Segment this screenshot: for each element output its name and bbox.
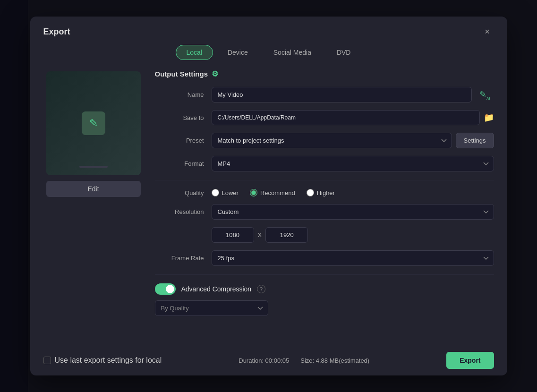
name-control: ✎AI	[212, 87, 494, 102]
use-last-settings-text: Use last export settings for local	[55, 356, 162, 365]
tab-dvd[interactable]: DVD	[326, 45, 362, 60]
quality-recommend-label: Recommend	[260, 189, 295, 196]
settings-icon: ⚙	[212, 69, 218, 78]
quality-recommend-radio[interactable]	[250, 189, 257, 196]
save-path-input[interactable]	[212, 110, 480, 125]
dialog-body: ✎ Edit Output Settings ⚙ Name	[30, 68, 507, 345]
quality-control: Lower Recommend Higher	[212, 189, 494, 196]
preset-control: Match to project settings Custom Setting…	[212, 133, 494, 148]
quality-higher-label: Higher	[317, 189, 335, 196]
browse-folder-button[interactable]: 📁	[484, 112, 494, 123]
advanced-compression-label: Advanced Compression	[181, 285, 252, 293]
use-last-settings-checkbox[interactable]	[43, 357, 51, 364]
preset-row: Preset Match to project settings Custom …	[155, 133, 494, 148]
save-to-control: 📁	[212, 110, 494, 125]
edit-button[interactable]: Edit	[46, 181, 141, 197]
preset-label: Preset	[155, 137, 212, 144]
preset-settings-button[interactable]: Settings	[456, 133, 494, 148]
duration-label: Duration: 00:00:05	[239, 357, 289, 364]
by-quality-container: By Quality By Bitrate	[155, 300, 494, 316]
toggle-slider	[155, 283, 176, 295]
quality-options: Lower Recommend Higher	[212, 189, 494, 196]
tab-device[interactable]: Device	[217, 45, 259, 60]
quality-lower-option[interactable]: Lower	[212, 189, 239, 196]
preview-bar	[79, 166, 108, 168]
resolution-values-row: X	[155, 227, 494, 243]
quality-lower-radio[interactable]	[212, 189, 219, 196]
export-dialog: Export × Local Device Social Media DVD ✎…	[30, 17, 507, 375]
modal-overlay: Export × Local Device Social Media DVD ✎…	[0, 0, 537, 392]
use-last-settings-label[interactable]: Use last export settings for local	[43, 356, 162, 365]
resolution-label: Resolution	[155, 208, 212, 215]
by-quality-select[interactable]: By Quality By Bitrate	[155, 300, 268, 316]
quality-lower-label: Lower	[222, 189, 239, 196]
preview-panel: ✎ Edit	[42, 68, 145, 345]
resolution-inputs-control: X	[212, 227, 494, 243]
export-button[interactable]: Export	[446, 352, 494, 369]
name-label: Name	[155, 91, 212, 98]
size-label: Size: 4.88 MB(estimated)	[300, 357, 369, 364]
export-tabs: Local Device Social Media DVD	[30, 45, 507, 68]
video-icon: ✎	[82, 111, 105, 135]
ai-rename-button[interactable]: ✎AI	[476, 87, 494, 102]
footer-info: Duration: 00:00:05 Size: 4.88 MB(estimat…	[239, 357, 369, 364]
divider-2	[155, 274, 494, 275]
save-to-label: Save to	[155, 114, 212, 121]
help-icon[interactable]: ?	[257, 285, 265, 293]
quality-higher-radio[interactable]	[307, 189, 314, 196]
quality-recommend-option[interactable]: Recommend	[250, 189, 295, 196]
quality-row: Quality Lower Recommend	[155, 189, 494, 196]
quality-label: Quality	[155, 189, 212, 196]
format-control: MP4 MOV AVI MKV	[212, 156, 494, 171]
frame-rate-row: Frame Rate 25 fps 30 fps 60 fps 24 fps	[155, 250, 494, 266]
output-settings-title: Output Settings ⚙	[155, 69, 494, 78]
name-input-row: ✎AI	[212, 87, 494, 102]
tab-local[interactable]: Local	[176, 45, 213, 60]
close-button[interactable]: ×	[481, 25, 494, 38]
format-label: Format	[155, 160, 212, 167]
x-separator: X	[258, 231, 262, 239]
save-to-row: Save to 📁	[155, 110, 494, 125]
divider-1	[155, 180, 494, 180]
dialog-footer: Use last export settings for local Durat…	[30, 345, 507, 375]
advanced-compression-section: Advanced Compression ? By Quality By Bit…	[155, 283, 494, 316]
resolution-inputs: X	[212, 227, 494, 243]
preview-thumbnail: ✎	[46, 71, 141, 175]
resolution-row: Resolution Custom 1920x1080 1280x720	[155, 204, 494, 220]
name-input[interactable]	[212, 87, 472, 102]
resolution-height-input[interactable]	[265, 227, 308, 243]
preset-select[interactable]: Match to project settings Custom	[212, 133, 452, 148]
path-input-row: 📁	[212, 110, 494, 125]
format-select[interactable]: MP4 MOV AVI MKV	[212, 156, 494, 171]
preset-select-row: Match to project settings Custom Setting…	[212, 133, 494, 148]
frame-rate-control: 25 fps 30 fps 60 fps 24 fps	[212, 250, 494, 266]
name-row: Name ✎AI	[155, 87, 494, 102]
dialog-header: Export ×	[30, 17, 507, 45]
dialog-title: Export	[43, 27, 70, 37]
settings-panel: Output Settings ⚙ Name ✎AI Save to	[155, 68, 496, 345]
tab-social-media[interactable]: Social Media	[263, 45, 322, 60]
format-row: Format MP4 MOV AVI MKV	[155, 156, 494, 171]
frame-rate-label: Frame Rate	[155, 255, 212, 262]
resolution-width-input[interactable]	[212, 227, 254, 243]
advanced-compression-toggle-row: Advanced Compression ?	[155, 283, 494, 295]
resolution-control: Custom 1920x1080 1280x720	[212, 204, 494, 220]
frame-rate-select[interactable]: 25 fps 30 fps 60 fps 24 fps	[212, 250, 494, 266]
quality-higher-option[interactable]: Higher	[307, 189, 335, 196]
resolution-select[interactable]: Custom 1920x1080 1280x720	[212, 204, 494, 220]
advanced-compression-toggle[interactable]	[155, 283, 176, 295]
